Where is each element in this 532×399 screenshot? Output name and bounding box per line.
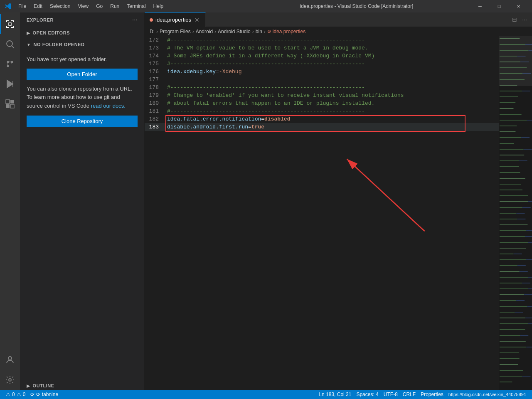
language-label: Properties — [421, 392, 443, 397]
outline-label: OUTLINE — [33, 383, 54, 388]
status-line-ending[interactable]: CRLF — [400, 390, 418, 399]
menu-view[interactable]: View — [74, 2, 92, 10]
window-controls: ─ □ ✕ — [470, 0, 528, 12]
outline-header[interactable]: ▶ OUTLINE — [20, 382, 144, 390]
svg-rect-0 — [9, 23, 11, 25]
menu-edit[interactable]: Edit — [30, 2, 46, 10]
code-line-182: idea.fatal.error.notification=disabled — [167, 115, 499, 123]
status-language[interactable]: Properties — [418, 390, 446, 399]
svg-point-3 — [7, 61, 9, 63]
tabnine-icon: ⟳ — [30, 392, 34, 397]
status-errors[interactable]: ⚠ 0 ⚠ 0 — [3, 390, 28, 399]
menu-help[interactable]: Help — [150, 2, 167, 10]
code-line-175: #---------------------------------------… — [167, 60, 499, 68]
outline-arrow-icon: ▶ — [27, 384, 30, 388]
clone-repository-button[interactable]: Clone Repository — [27, 116, 138, 127]
status-tabnine[interactable]: ⟳ ⟳ tabnine — [28, 390, 61, 399]
activity-source-control[interactable] — [0, 54, 20, 74]
menu-run[interactable]: Run — [107, 2, 123, 10]
open-folder-button[interactable]: Open Folder — [27, 69, 138, 80]
code-line-178: #---------------------------------------… — [167, 84, 499, 91]
code-line-181: #---------------------------------------… — [167, 107, 499, 115]
csdn-link: https://blog.csdn.net/weixin_44075891 — [448, 392, 526, 397]
window-title: idea.properties - Visual Studio Code [Ad… — [243, 3, 470, 9]
breadcrumb-error-icon: ⊘ — [267, 29, 271, 34]
svg-point-10 — [8, 357, 12, 360]
menu-go[interactable]: Go — [93, 2, 106, 10]
code-line-179: # Change to 'enabled' if you want to rec… — [167, 91, 499, 99]
split-editor-button[interactable]: ⊟ — [510, 15, 519, 24]
status-bar: ⚠ 0 ⚠ 0 ⟳ ⟳ tabnine Ln 183, Col 31 Space… — [0, 390, 532, 399]
close-button[interactable]: ✕ — [509, 0, 528, 12]
activity-bar — [0, 12, 20, 390]
no-folder-header[interactable]: ▼ NO FOLDER OPENED — [20, 40, 144, 49]
minimap-canvas — [499, 36, 532, 390]
status-link[interactable]: https://blog.csdn.net/weixin_44075891 — [446, 390, 529, 399]
breadcrumb-d[interactable]: D: — [150, 29, 155, 34]
activity-settings[interactable] — [0, 370, 20, 390]
maximize-button[interactable]: □ — [490, 0, 509, 12]
activity-run[interactable] — [0, 74, 20, 94]
code-line-173: # The VM option value to be used to star… — [167, 44, 499, 52]
svg-point-4 — [7, 65, 9, 67]
line-numbers: 172 173 174 175 176 177 178 179 180 181 … — [145, 36, 165, 390]
breadcrumb-file[interactable]: idea.properties — [273, 29, 305, 34]
code-line-183: disable.android.first.run=true — [167, 123, 499, 131]
status-spaces[interactable]: Spaces: 4 — [354, 390, 381, 399]
breadcrumb-bin[interactable]: bin — [256, 29, 262, 34]
warning-count: 0 — [23, 392, 26, 397]
status-line-col[interactable]: Ln 183, Col 31 — [316, 390, 354, 399]
tabnine-label: ⟳ tabnine — [36, 392, 58, 397]
sidebar-title: EXPLORER — [27, 17, 54, 22]
status-encoding[interactable]: UTF-8 — [381, 390, 400, 399]
activity-extensions[interactable] — [0, 94, 20, 114]
activity-account[interactable] — [0, 350, 20, 370]
menu-file[interactable]: File — [15, 2, 30, 10]
code-area[interactable]: #---------------------------------------… — [165, 36, 499, 390]
code-line-180: # about fatal errors that happen to an I… — [167, 99, 499, 107]
minimap — [499, 36, 532, 390]
open-editors-label: OPEN EDITORS — [33, 30, 70, 35]
minimize-button[interactable]: ─ — [470, 0, 490, 12]
breadcrumb: D: › Program Files › Android › Android S… — [145, 27, 532, 36]
svg-point-1 — [7, 41, 12, 47]
tab-label: idea.properties — [155, 17, 191, 23]
activity-explorer[interactable] — [0, 14, 20, 34]
editor-content[interactable]: 172 173 174 175 176 177 178 179 180 181 … — [145, 36, 532, 390]
breadcrumb-android[interactable]: Android — [196, 29, 213, 34]
line-ending-label: CRLF — [403, 392, 416, 397]
read-docs-link[interactable]: read our docs. — [91, 103, 126, 109]
open-editors-header[interactable]: ▶ OPEN EDITORS — [20, 29, 144, 37]
error-count: 0 — [12, 392, 15, 397]
encoding-label: UTF-8 — [384, 392, 398, 397]
more-actions-button[interactable]: ··· — [520, 15, 529, 24]
code-line-174: # Some JREs define it in a different way… — [167, 52, 499, 60]
menu-selection[interactable]: Selection — [47, 2, 74, 10]
warning-icon: ⚠ — [17, 392, 21, 397]
breadcrumb-program-files[interactable]: Program Files — [160, 29, 191, 34]
menu-terminal[interactable]: Terminal — [123, 2, 149, 10]
svg-point-11 — [9, 379, 11, 381]
additional-text: You can also clone a repository from a U… — [27, 85, 138, 111]
tab-bar: idea.properties ✕ ⊟ ··· — [145, 12, 532, 27]
svg-rect-9 — [10, 100, 14, 103]
svg-rect-8 — [6, 104, 10, 108]
tab-actions: ⊟ ··· — [507, 15, 532, 24]
open-editors-section: ▶ OPEN EDITORS — [20, 27, 144, 39]
vscode-logo-icon — [4, 2, 12, 10]
svg-line-2 — [12, 46, 15, 49]
sidebar-menu-icon[interactable]: ··· — [132, 16, 138, 24]
code-line-172: #---------------------------------------… — [167, 36, 499, 44]
editor-area: idea.properties ✕ ⊟ ··· D: › Program Fil… — [145, 12, 532, 390]
svg-line-13 — [347, 159, 425, 232]
activity-search[interactable] — [0, 34, 20, 54]
menu-bar: File Edit Selection View Go Run Terminal… — [15, 2, 243, 10]
titlebar: File Edit Selection View Go Run Terminal… — [0, 0, 532, 12]
code-line-176: idea.xdebug.key=-Xdebug — [167, 68, 499, 76]
tab-close-button[interactable]: ✕ — [194, 17, 200, 23]
sidebar: EXPLORER ··· ▶ OPEN EDITORS ▼ NO FOLDER … — [20, 12, 145, 390]
no-folder-section: ▼ NO FOLDER OPENED You have not yet open… — [20, 39, 144, 135]
line-col-label: Ln 183, Col 31 — [319, 392, 351, 397]
breadcrumb-android-studio[interactable]: Android Studio — [218, 29, 251, 34]
tab-idea-properties[interactable]: idea.properties ✕ — [145, 12, 206, 27]
